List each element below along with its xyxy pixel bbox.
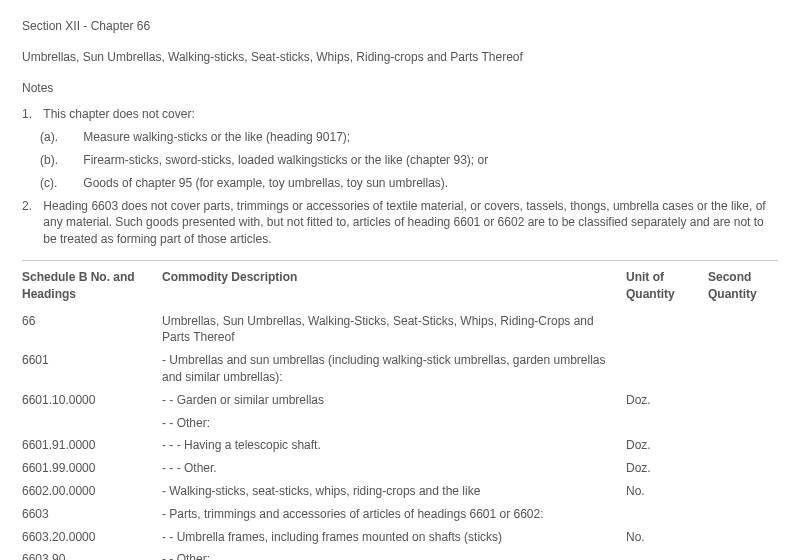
section-title: Section XII - Chapter 66 <box>22 18 778 35</box>
note-text: Heading 6603 does not cover parts, trimm… <box>43 198 773 248</box>
cell-code <box>22 415 162 432</box>
note-1a: (a). Measure walking-sticks or the like … <box>22 129 778 146</box>
cell-desc: - Parts, trimmings and accessories of ar… <box>162 506 626 523</box>
sub-label: (c). <box>40 175 80 192</box>
note-number: 1. <box>22 106 40 123</box>
cell-unit: No. <box>626 529 708 546</box>
cell-code: 6601.99.0000 <box>22 460 162 477</box>
note-text: This chapter does not cover: <box>43 106 773 123</box>
cell-desc: - - Other: <box>162 551 626 560</box>
cell-second <box>708 415 778 432</box>
cell-desc: - - - Having a telescopic shaft. <box>162 437 626 454</box>
table-row: 6603.90- - Other: <box>22 551 778 560</box>
cell-desc: - Umbrellas and sun umbrellas (including… <box>162 352 626 386</box>
cell-second <box>708 506 778 523</box>
table-header-row: Schedule B No. and Headings Commodity De… <box>22 269 778 303</box>
cell-code: 6603.90 <box>22 551 162 560</box>
table-row: 66Umbrellas, Sun Umbrellas, Walking-Stic… <box>22 313 778 347</box>
cell-second <box>708 313 778 347</box>
cell-second <box>708 352 778 386</box>
table-row: 6603- Parts, trimmings and accessories o… <box>22 506 778 523</box>
col-header-unit: Unit of Quantity <box>626 269 708 303</box>
cell-code: 6601.91.0000 <box>22 437 162 454</box>
cell-desc: - - Umbrella frames, including frames mo… <box>162 529 626 546</box>
cell-second <box>708 529 778 546</box>
cell-unit <box>626 415 708 432</box>
cell-code: 6601.10.0000 <box>22 392 162 409</box>
sub-label: (b). <box>40 152 80 169</box>
note-1b: (b). Firearm-sticks, sword-sticks, loade… <box>22 152 778 169</box>
table-row: 6601.99.0000- - - Other.Doz. <box>22 460 778 477</box>
cell-unit: No. <box>626 483 708 500</box>
notes-heading: Notes <box>22 80 778 97</box>
cell-unit: Doz. <box>626 437 708 454</box>
table-row: - - Other: <box>22 415 778 432</box>
table-row: 6601.91.0000- - - Having a telescopic sh… <box>22 437 778 454</box>
sub-text: Goods of chapter 95 (for example, toy um… <box>83 175 448 192</box>
cell-code: 66 <box>22 313 162 347</box>
sub-text: Measure walking-sticks or the like (head… <box>83 129 350 146</box>
cell-unit: Doz. <box>626 460 708 477</box>
cell-code: 6601 <box>22 352 162 386</box>
cell-unit <box>626 551 708 560</box>
col-header-code: Schedule B No. and Headings <box>22 269 162 303</box>
cell-desc: - - Other: <box>162 415 626 432</box>
table-row: 6601.10.0000- - Garden or similar umbrel… <box>22 392 778 409</box>
cell-second <box>708 483 778 500</box>
sub-text: Firearm-sticks, sword-sticks, loaded wal… <box>83 152 488 169</box>
col-header-second: Second Quantity <box>708 269 778 303</box>
cell-unit: Doz. <box>626 392 708 409</box>
cell-desc: - - Garden or similar umbrellas <box>162 392 626 409</box>
cell-code: 6603.20.0000 <box>22 529 162 546</box>
cell-second <box>708 392 778 409</box>
cell-code: 6602.00.0000 <box>22 483 162 500</box>
note-1: 1. This chapter does not cover: (a). Mea… <box>22 106 778 191</box>
sub-label: (a). <box>40 129 80 146</box>
table-row: 6602.00.0000- Walking-sticks, seat-stick… <box>22 483 778 500</box>
cell-unit <box>626 506 708 523</box>
cell-unit <box>626 352 708 386</box>
cell-desc: Umbrellas, Sun Umbrellas, Walking-Sticks… <box>162 313 626 347</box>
cell-desc: - Walking-sticks, seat-sticks, whips, ri… <box>162 483 626 500</box>
note-number: 2. <box>22 198 40 215</box>
divider <box>22 260 778 261</box>
section-description: Umbrellas, Sun Umbrellas, Walking-sticks… <box>22 49 778 66</box>
cell-second <box>708 551 778 560</box>
note-1c: (c). Goods of chapter 95 (for example, t… <box>22 175 778 192</box>
table-row: 6601- Umbrellas and sun umbrellas (inclu… <box>22 352 778 386</box>
cell-code: 6603 <box>22 506 162 523</box>
cell-desc: - - - Other. <box>162 460 626 477</box>
col-header-desc: Commodity Description <box>162 269 626 303</box>
cell-second <box>708 460 778 477</box>
cell-second <box>708 437 778 454</box>
table-row: 6603.20.0000- - Umbrella frames, includi… <box>22 529 778 546</box>
cell-unit <box>626 313 708 347</box>
note-2: 2. Heading 6603 does not cover parts, tr… <box>22 198 778 248</box>
table-body: 66Umbrellas, Sun Umbrellas, Walking-Stic… <box>22 313 778 560</box>
